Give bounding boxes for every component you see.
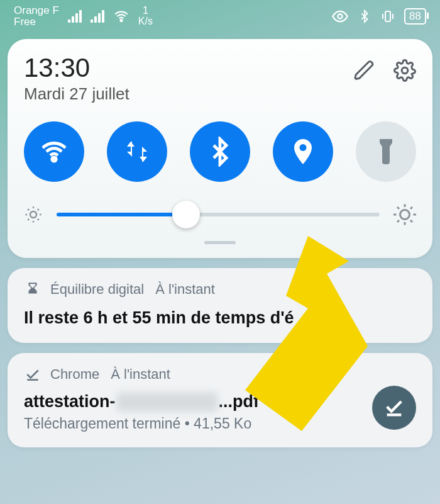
battery-indicator: 88 xyxy=(404,8,426,25)
status-bar: Orange F Free 1 K/s 88 xyxy=(0,0,440,33)
location-icon xyxy=(288,137,318,167)
location-toggle[interactable] xyxy=(273,121,333,182)
slider-thumb[interactable] xyxy=(172,201,200,228)
brightness-slider-row xyxy=(24,203,416,226)
gear-icon[interactable] xyxy=(393,59,416,82)
filename-prefix: attestation- xyxy=(24,392,116,412)
svg-rect-2 xyxy=(385,11,390,21)
flashlight-icon xyxy=(371,137,401,167)
download-filename: attestation- ...pdf xyxy=(24,392,365,412)
edit-icon[interactable] xyxy=(353,59,376,82)
wifi-icon xyxy=(39,137,69,167)
wellbeing-app-name: Équilibre digital xyxy=(50,281,144,298)
svg-point-4 xyxy=(52,157,56,161)
download-status: Téléchargement terminé • 41,55 Ko xyxy=(24,415,365,432)
bluetooth-icon xyxy=(205,137,235,167)
svg-point-1 xyxy=(338,14,343,19)
panel-drag-handle[interactable] xyxy=(204,241,236,244)
check-underline-icon xyxy=(383,397,405,418)
svg-point-3 xyxy=(402,67,408,74)
notification-wellbeing[interactable]: Équilibre digital À l'instant Il reste 6… xyxy=(8,268,432,343)
brightness-high-icon xyxy=(393,203,416,226)
time-label: 13:30 xyxy=(24,53,129,83)
data-icon xyxy=(122,137,152,167)
speed-unit: K/s xyxy=(138,16,153,27)
carrier-1: Orange F xyxy=(14,5,59,16)
brightness-slider[interactable] xyxy=(57,213,380,216)
brightness-low-icon xyxy=(24,205,43,224)
wifi-toggle[interactable] xyxy=(24,121,84,182)
date-label: Mardi 27 juillet xyxy=(24,84,129,104)
network-speed: 1 K/s xyxy=(138,6,153,27)
filename-redacted xyxy=(117,393,217,412)
signal-icon-2 xyxy=(91,10,104,23)
vibrate-icon xyxy=(380,9,395,24)
download-time: À l'instant xyxy=(111,366,170,383)
flashlight-toggle[interactable] xyxy=(356,121,416,182)
bluetooth-toggle[interactable] xyxy=(190,121,250,182)
hourglass-icon xyxy=(24,281,41,298)
svg-point-6 xyxy=(400,210,410,220)
mobile-data-toggle[interactable] xyxy=(107,121,167,182)
wellbeing-time: À l'instant xyxy=(155,281,215,298)
bluetooth-status-icon xyxy=(358,9,371,23)
download-complete-icon xyxy=(24,366,41,383)
wellbeing-title: Il reste 6 h et 55 min de temps d'é xyxy=(24,308,416,328)
signal-icon-1 xyxy=(68,10,82,23)
clock-block: 13:30 Mardi 27 juillet xyxy=(24,53,129,104)
battery-percent: 88 xyxy=(409,10,421,23)
download-open-button[interactable] xyxy=(372,386,416,430)
svg-point-5 xyxy=(30,211,36,218)
carrier-labels: Orange F Free xyxy=(14,5,59,28)
status-left: Orange F Free 1 K/s xyxy=(14,5,153,28)
notification-download[interactable]: Chrome À l'instant attestation- ...pdf T… xyxy=(8,353,432,447)
status-right: 88 xyxy=(331,8,426,25)
quick-settings-panel: 13:30 Mardi 27 juillet xyxy=(8,39,432,258)
wifi-status-icon xyxy=(113,8,129,25)
eye-icon xyxy=(331,8,349,25)
filename-suffix: ...pdf xyxy=(219,392,259,412)
download-app-name: Chrome xyxy=(50,366,99,383)
speed-value: 1 xyxy=(143,6,148,16)
svg-point-0 xyxy=(120,20,122,21)
slider-fill xyxy=(57,213,186,216)
carrier-2: Free xyxy=(14,16,59,28)
